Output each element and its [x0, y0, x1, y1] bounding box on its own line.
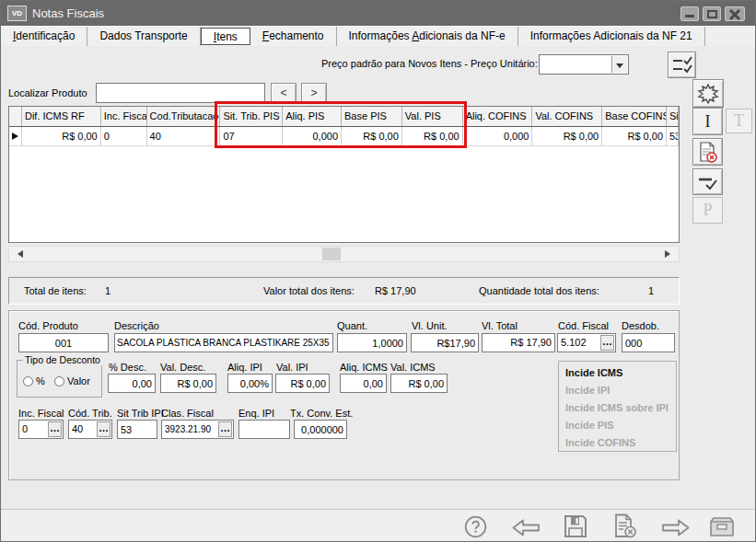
- col-dif-icms-rf: Dif. ICMS RF: [22, 107, 101, 126]
- title-bar: VD Notas Fiscais: [1, 1, 755, 26]
- cod-fiscal-lookup-button[interactable]: …: [600, 335, 614, 351]
- quant-input[interactable]: [337, 333, 407, 352]
- cod-trib-label: Cód. Trib.: [68, 408, 112, 419]
- help-button[interactable]: [464, 515, 487, 540]
- tab-info-adicionais-nf21[interactable]: Informações Adicionais da NF 21: [518, 27, 705, 46]
- delete-item-button[interactable]: [692, 138, 723, 166]
- preco-unitario-combobox[interactable]: [539, 54, 629, 75]
- radio-percent[interactable]: %: [23, 375, 45, 386]
- previous-record-button[interactable]: [512, 519, 540, 538]
- enq-ipi-input[interactable]: [238, 420, 290, 439]
- star-icon: [697, 83, 719, 105]
- incide-item: Incide IPI: [565, 382, 676, 399]
- star-button[interactable]: [692, 79, 724, 108]
- confirm-line-button[interactable]: [692, 168, 723, 195]
- vl-total-label: Vl. Total: [482, 320, 518, 331]
- forward-arrow-icon: [662, 519, 690, 536]
- desdob-label: Desdob.: [622, 320, 659, 331]
- chevron-down-icon[interactable]: [611, 56, 627, 73]
- col-aliq-cofins: Aliq. COFINS: [463, 107, 533, 126]
- total-itens-value: 1: [105, 278, 110, 304]
- maximize-button[interactable]: [703, 6, 721, 21]
- clas-fiscal-lookup-button[interactable]: …: [218, 421, 232, 437]
- notas-fiscais-window: VD Notas Fiscais Identificação Dados Tra…: [0, 0, 756, 542]
- aliq-ipi-input[interactable]: [227, 374, 273, 393]
- val-ipi-input[interactable]: [275, 374, 330, 393]
- close-button[interactable]: [725, 6, 745, 21]
- minimize-button[interactable]: [680, 6, 699, 21]
- grid-data-row[interactable]: R$ 0,00 0 40 07 0,000 R$ 0,00 R$ 0,00 0,…: [9, 127, 679, 146]
- scroll-right-arrow-icon[interactable]: [662, 247, 677, 261]
- archive-icon: [709, 516, 735, 537]
- back-arrow-icon: [512, 519, 540, 536]
- val-desc-label: Val. Desc.: [160, 362, 205, 373]
- incide-item[interactable]: Incide ICMS: [565, 364, 676, 382]
- grid-horizontal-scrollbar[interactable]: [8, 246, 680, 262]
- maximize-icon: [707, 10, 717, 18]
- current-row-indicator: [9, 127, 22, 146]
- val-icms-input[interactable]: [390, 374, 448, 393]
- vl-unit-input[interactable]: [411, 333, 479, 352]
- italic-i-button[interactable]: I: [692, 108, 723, 135]
- sit-trib-ipi-label: Sit Trib IPI: [117, 408, 164, 419]
- help-icon: [464, 515, 487, 538]
- cod-trib-lookup-button[interactable]: …: [97, 421, 110, 437]
- previous-item-button[interactable]: <: [271, 83, 297, 103]
- tab-identificacao[interactable]: Identificação: [1, 27, 87, 46]
- close-icon: [728, 9, 741, 20]
- aliq-icms-input[interactable]: [340, 374, 387, 393]
- quantidade-total-value: 1: [648, 278, 654, 304]
- clas-fiscal-label: Clas. Fiscal: [161, 408, 214, 419]
- inc-fiscal-input[interactable]: 0 …: [18, 420, 64, 439]
- incide-item: Incide ICMS sobre IPI: [565, 399, 676, 417]
- next-record-button[interactable]: [662, 519, 690, 538]
- aliq-ipi-label: Aliq. IPI: [227, 362, 262, 373]
- app-icon: VD: [7, 6, 27, 21]
- next-item-button[interactable]: >: [301, 83, 327, 103]
- scrollbar-thumb[interactable]: [322, 248, 341, 260]
- col-si-partial: Si: [667, 107, 679, 126]
- total-itens-label: Total de itens:: [24, 278, 87, 304]
- tab-itens[interactable]: Itens: [201, 28, 250, 45]
- p-button: P: [692, 197, 723, 224]
- preco-padrao-label: Preço padrão para Novos Itens - Preço Un…: [321, 58, 538, 69]
- apply-all-checklist-button[interactable]: [668, 52, 696, 78]
- delete-record-button[interactable]: [612, 513, 638, 541]
- tab-info-adicionais-nfe[interactable]: Informações Adicionais da NF-e: [337, 27, 518, 46]
- descricao-input[interactable]: [114, 333, 333, 352]
- col-val-pis: Val. PIS: [402, 107, 463, 126]
- desdob-input[interactable]: [622, 333, 675, 352]
- aliq-icms-label: Aliq. ICMS: [340, 362, 388, 373]
- col-base-pis: Base PIS: [342, 107, 402, 126]
- tab-fechamento[interactable]: Fechamento: [250, 27, 337, 46]
- descricao-label: Descrição: [114, 320, 159, 331]
- perc-desc-input[interactable]: [108, 374, 156, 393]
- grid-header-row: Dif. ICMS RF Inc. Fiscal Cod.Tributacao,…: [9, 107, 679, 127]
- col-sit-trib-pis: Sit. Trib. PIS: [220, 107, 283, 126]
- save-button[interactable]: [564, 514, 587, 540]
- enq-ipi-label: Enq. IPI: [238, 408, 274, 419]
- col-aliq-pis: Aliq. PIS: [283, 107, 342, 126]
- inc-fiscal-lookup-button[interactable]: …: [48, 421, 62, 437]
- tx-conv-est-input[interactable]: [294, 420, 347, 439]
- clas-fiscal-input[interactable]: 3923.21.90 …: [161, 420, 234, 439]
- radio-icon: [23, 376, 33, 386]
- val-icms-label: Val. ICMS: [390, 362, 436, 373]
- totals-panel: Total de itens: 1 Valor total dos itens:…: [8, 277, 680, 305]
- incide-item: Incide COFINS: [565, 434, 676, 452]
- localizar-produto-input[interactable]: [96, 83, 265, 103]
- val-desc-input[interactable]: [160, 374, 216, 393]
- tipo-desconto-groupbox: Tipo de Desconto % Valor: [17, 360, 102, 398]
- close-archive-button[interactable]: [709, 516, 735, 539]
- cod-produto-input[interactable]: [18, 333, 109, 352]
- inc-fiscal-label: Inc. Fiscal: [18, 408, 64, 419]
- tab-dados-transporte[interactable]: Dados Transporte: [87, 27, 200, 46]
- cod-trib-input[interactable]: 40 …: [68, 420, 112, 439]
- cod-fiscal-input[interactable]: 5.102 …: [557, 333, 616, 352]
- vl-total-display: R$ 17,90: [482, 333, 555, 352]
- incide-listbox: Incide ICMS Incide IPI Incide ICMS sobre…: [558, 361, 677, 452]
- sit-trib-ipi-input[interactable]: [117, 420, 157, 439]
- items-grid: Dif. ICMS RF Inc. Fiscal Cod.Tributacao,…: [8, 106, 680, 243]
- scroll-left-arrow-icon[interactable]: [11, 247, 26, 261]
- radio-valor[interactable]: Valor: [54, 375, 90, 386]
